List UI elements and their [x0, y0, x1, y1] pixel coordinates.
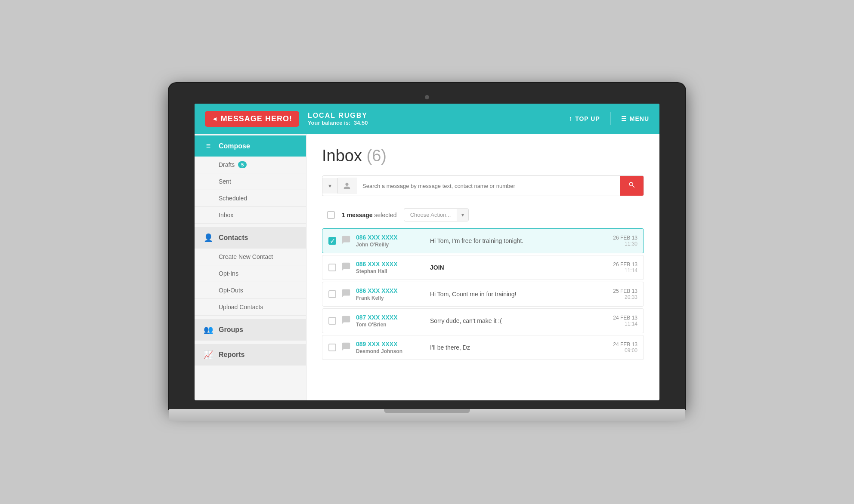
reports-icon: 📈: [203, 350, 214, 360]
sidebar-item-reports[interactable]: 📈 Reports: [195, 344, 306, 366]
message-text: JOIN: [430, 264, 608, 271]
message-sender: 086 XXX XXXX Frank Kelly: [356, 287, 425, 301]
menu-label: MENU: [630, 115, 649, 122]
camera: [425, 95, 429, 99]
compose-label: Compose: [219, 142, 250, 150]
message-sender: 086 XXX XXXX John O'Reilly: [356, 234, 425, 248]
message-list: ✓ 086 XXX XXXX John O'Reilly Hi Tom, I'm…: [322, 228, 644, 360]
action-dropdown[interactable]: Choose Action... ▾: [404, 208, 469, 221]
message-row[interactable]: 089 XXX XXXX Desmond Johnson I'll be the…: [322, 335, 644, 360]
sidebar-item-contacts[interactable]: 👤 Contacts: [195, 227, 306, 249]
message-number: 089 XXX XXXX: [356, 341, 425, 347]
inbox-label: Inbox: [219, 212, 233, 218]
laptop-base: [169, 409, 685, 421]
top-up-label: TOP UP: [575, 115, 600, 122]
message-number: 086 XXX XXXX: [356, 287, 425, 294]
sidebar-item-create-contact[interactable]: Create New Contact: [195, 249, 306, 265]
message-sender: 086 XXX XXXX Stephan Hall: [356, 261, 425, 274]
sidebar-item-opt-ins[interactable]: Opt-Ins: [195, 265, 306, 282]
header-balance: Your balance is: 34.50: [308, 120, 560, 126]
message-row[interactable]: 086 XXX XXXX Stephan Hall JOIN 26 FEB 13…: [322, 255, 644, 280]
contacts-section: 👤 Contacts Create New Contact Opt-Ins Op…: [195, 225, 306, 317]
sidebar-item-opt-outs[interactable]: Opt-Outs: [195, 282, 306, 299]
message-checkbox[interactable]: [328, 344, 336, 351]
header-actions: ↑ TOP UP ☰ MENU: [569, 112, 649, 125]
balance-value: 34.50: [354, 120, 368, 126]
reports-section: 📈 Reports: [195, 342, 306, 367]
message-date-main: 26 FEB 13: [613, 261, 637, 267]
logo-text: MESSAGE HERO!: [221, 114, 292, 123]
org-name: LOCAL RUGBY: [308, 112, 560, 120]
main-content: Inbox (6) ▾: [306, 134, 659, 400]
sidebar-item-compose[interactable]: ≡ Compose: [195, 135, 306, 157]
sidebar-item-upload-contacts[interactable]: Upload Contacts: [195, 299, 306, 316]
page-title: Inbox (6): [322, 147, 644, 165]
scheduled-label: Scheduled: [219, 195, 247, 202]
message-contact-name: John O'Reilly: [356, 242, 425, 248]
contacts-icon: 👤: [203, 233, 214, 243]
search-submit-button[interactable]: [620, 176, 644, 196]
message-sender: 089 XXX XXXX Desmond Johnson: [356, 341, 425, 354]
message-time: 11:14: [613, 267, 637, 274]
drafts-badge: 5: [238, 161, 247, 168]
selection-count: 1 message: [342, 212, 373, 218]
sidebar-item-groups[interactable]: 👥 Groups: [195, 319, 306, 341]
upload-contacts-label: Upload Contacts: [219, 304, 263, 310]
app-body: ≡ Compose Drafts 5 Sent Scheduled: [195, 134, 659, 400]
message-date: 24 FEB 13 09:00: [613, 341, 637, 353]
search-icon: [628, 181, 636, 191]
message-text: Sorry dude, can't make it :(: [430, 317, 608, 324]
screen-bezel: MESSAGE HERO! LOCAL RUGBY Your balance i…: [169, 83, 685, 409]
message-number: 086 XXX XXXX: [356, 261, 425, 267]
opt-outs-label: Opt-Outs: [219, 287, 243, 294]
message-icon: [341, 342, 351, 353]
message-checkbox[interactable]: [328, 264, 336, 271]
message-text: I'll be there, Dz: [430, 344, 608, 351]
menu-icon: ☰: [621, 115, 627, 122]
laptop-frame: MESSAGE HERO! LOCAL RUGBY Your balance i…: [169, 83, 685, 421]
message-time: 09:00: [613, 347, 637, 353]
message-text: Hi Tom, I'm free for training tonight.: [430, 237, 608, 244]
sidebar-item-inbox[interactable]: Inbox: [195, 207, 306, 224]
action-dropdown-arrow[interactable]: ▾: [457, 209, 468, 221]
message-checkbox[interactable]: ✓: [328, 237, 336, 245]
sidebar: ≡ Compose Drafts 5 Sent Scheduled: [195, 134, 306, 400]
filter-button[interactable]: ▾: [322, 178, 338, 194]
message-date-main: 24 FEB 13: [613, 315, 637, 321]
message-icon: [341, 289, 351, 300]
message-date-main: 26 FEB 13: [613, 235, 637, 241]
message-time: 11:14: [613, 321, 637, 327]
message-time: 20:33: [613, 294, 637, 300]
search-input[interactable]: [356, 178, 620, 194]
select-all-checkbox[interactable]: [327, 211, 335, 219]
message-row[interactable]: ✓ 086 XXX XXXX John O'Reilly Hi Tom, I'm…: [322, 228, 644, 253]
message-icon: [341, 235, 351, 247]
top-up-button[interactable]: ↑ TOP UP: [569, 115, 600, 123]
compose-section: ≡ Compose Drafts 5 Sent Scheduled: [195, 134, 306, 225]
sidebar-item-drafts[interactable]: Drafts 5: [195, 157, 306, 173]
filter-icon: ▾: [328, 182, 331, 189]
selection-suffix: selected: [374, 212, 397, 218]
message-row[interactable]: 086 XXX XXXX Frank Kelly Hi Tom, Count m…: [322, 282, 644, 307]
groups-section: 👥 Groups: [195, 317, 306, 342]
message-sender: 087 XXX XXXX Tom O'Brien: [356, 314, 425, 328]
header-divider: [610, 112, 611, 125]
message-checkbox[interactable]: [328, 290, 336, 298]
sidebar-item-scheduled[interactable]: Scheduled: [195, 190, 306, 207]
menu-button[interactable]: ☰ MENU: [621, 115, 649, 122]
list-header: 1 message selected Choose Action... ▾: [322, 205, 644, 225]
message-contact-name: Stephan Hall: [356, 268, 425, 274]
compose-icon: ≡: [203, 141, 214, 151]
create-contact-label: Create New Contact: [219, 253, 273, 260]
balance-label: Your balance is:: [308, 120, 350, 126]
logo: MESSAGE HERO!: [205, 111, 299, 127]
sidebar-item-sent[interactable]: Sent: [195, 173, 306, 190]
action-dropdown-label: Choose Action...: [404, 209, 457, 221]
message-row[interactable]: 087 XXX XXXX Tom O'Brien Sorry dude, can…: [322, 308, 644, 333]
message-date: 26 FEB 13 11:14: [613, 261, 637, 274]
sent-label: Sent: [219, 178, 231, 185]
inbox-count: (6): [367, 147, 387, 165]
message-checkbox[interactable]: [328, 317, 336, 325]
message-contact-name: Desmond Johnson: [356, 348, 425, 354]
message-date-main: 24 FEB 13: [613, 341, 637, 347]
